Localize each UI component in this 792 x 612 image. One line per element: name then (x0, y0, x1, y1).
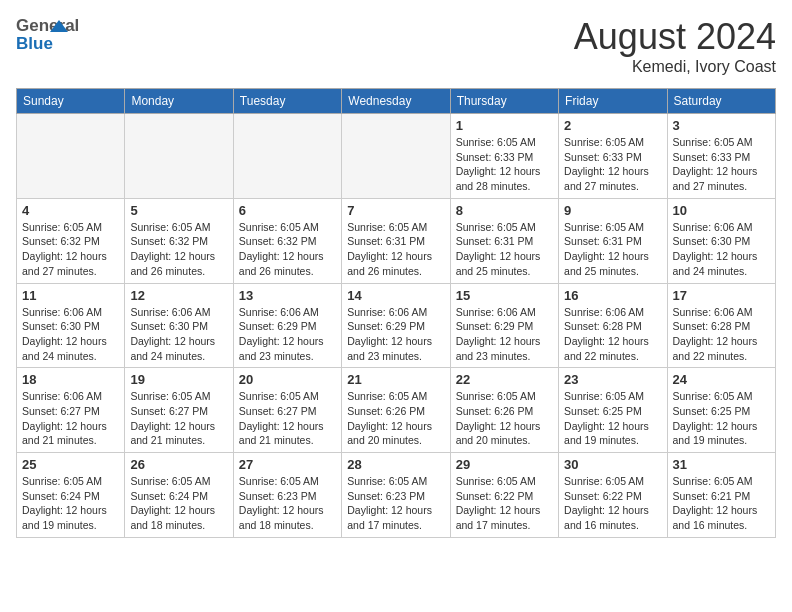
table-row: 15Sunrise: 6:06 AM Sunset: 6:29 PM Dayli… (450, 283, 558, 368)
table-row (125, 114, 233, 199)
table-row: 24Sunrise: 6:05 AM Sunset: 6:25 PM Dayli… (667, 368, 775, 453)
table-row: 30Sunrise: 6:05 AM Sunset: 6:22 PM Dayli… (559, 453, 667, 538)
col-sunday: Sunday (17, 89, 125, 114)
table-row: 18Sunrise: 6:06 AM Sunset: 6:27 PM Dayli… (17, 368, 125, 453)
day-number: 19 (130, 372, 227, 387)
day-info: Sunrise: 6:05 AM Sunset: 6:32 PM Dayligh… (130, 220, 227, 279)
day-number: 31 (673, 457, 770, 472)
day-number: 15 (456, 288, 553, 303)
day-number: 23 (564, 372, 661, 387)
calendar-week-row: 11Sunrise: 6:06 AM Sunset: 6:30 PM Dayli… (17, 283, 776, 368)
table-row: 22Sunrise: 6:05 AM Sunset: 6:26 PM Dayli… (450, 368, 558, 453)
day-info: Sunrise: 6:05 AM Sunset: 6:33 PM Dayligh… (456, 135, 553, 194)
day-info: Sunrise: 6:05 AM Sunset: 6:26 PM Dayligh… (347, 389, 444, 448)
day-info: Sunrise: 6:05 AM Sunset: 6:27 PM Dayligh… (130, 389, 227, 448)
calendar-week-row: 18Sunrise: 6:06 AM Sunset: 6:27 PM Dayli… (17, 368, 776, 453)
table-row: 23Sunrise: 6:05 AM Sunset: 6:25 PM Dayli… (559, 368, 667, 453)
day-number: 5 (130, 203, 227, 218)
day-number: 6 (239, 203, 336, 218)
day-number: 21 (347, 372, 444, 387)
col-saturday: Saturday (667, 89, 775, 114)
day-info: Sunrise: 6:06 AM Sunset: 6:30 PM Dayligh… (130, 305, 227, 364)
location-subtitle: Kemedi, Ivory Coast (574, 58, 776, 76)
day-info: Sunrise: 6:05 AM Sunset: 6:25 PM Dayligh… (564, 389, 661, 448)
day-info: Sunrise: 6:05 AM Sunset: 6:33 PM Dayligh… (564, 135, 661, 194)
page-header: General Blue August 2024 Kemedi, Ivory C… (16, 16, 776, 76)
table-row: 7Sunrise: 6:05 AM Sunset: 6:31 PM Daylig… (342, 198, 450, 283)
day-number: 27 (239, 457, 336, 472)
day-info: Sunrise: 6:06 AM Sunset: 6:29 PM Dayligh… (456, 305, 553, 364)
day-number: 11 (22, 288, 119, 303)
day-number: 14 (347, 288, 444, 303)
day-info: Sunrise: 6:05 AM Sunset: 6:32 PM Dayligh… (239, 220, 336, 279)
day-info: Sunrise: 6:05 AM Sunset: 6:22 PM Dayligh… (564, 474, 661, 533)
day-info: Sunrise: 6:05 AM Sunset: 6:24 PM Dayligh… (22, 474, 119, 533)
day-info: Sunrise: 6:06 AM Sunset: 6:30 PM Dayligh… (22, 305, 119, 364)
day-info: Sunrise: 6:05 AM Sunset: 6:26 PM Dayligh… (456, 389, 553, 448)
logo-icon (50, 18, 68, 36)
table-row: 31Sunrise: 6:05 AM Sunset: 6:21 PM Dayli… (667, 453, 775, 538)
table-row: 12Sunrise: 6:06 AM Sunset: 6:30 PM Dayli… (125, 283, 233, 368)
day-number: 26 (130, 457, 227, 472)
day-number: 7 (347, 203, 444, 218)
table-row (17, 114, 125, 199)
day-info: Sunrise: 6:05 AM Sunset: 6:22 PM Dayligh… (456, 474, 553, 533)
day-number: 20 (239, 372, 336, 387)
table-row: 20Sunrise: 6:05 AM Sunset: 6:27 PM Dayli… (233, 368, 341, 453)
calendar-table: Sunday Monday Tuesday Wednesday Thursday… (16, 88, 776, 538)
logo-general: General (16, 16, 79, 36)
table-row: 27Sunrise: 6:05 AM Sunset: 6:23 PM Dayli… (233, 453, 341, 538)
day-number: 4 (22, 203, 119, 218)
day-number: 8 (456, 203, 553, 218)
month-year-title: August 2024 (574, 16, 776, 58)
table-row: 4Sunrise: 6:05 AM Sunset: 6:32 PM Daylig… (17, 198, 125, 283)
day-info: Sunrise: 6:05 AM Sunset: 6:24 PM Dayligh… (130, 474, 227, 533)
day-number: 30 (564, 457, 661, 472)
day-info: Sunrise: 6:05 AM Sunset: 6:27 PM Dayligh… (239, 389, 336, 448)
table-row: 10Sunrise: 6:06 AM Sunset: 6:30 PM Dayli… (667, 198, 775, 283)
day-number: 2 (564, 118, 661, 133)
col-thursday: Thursday (450, 89, 558, 114)
day-info: Sunrise: 6:05 AM Sunset: 6:31 PM Dayligh… (564, 220, 661, 279)
table-row: 11Sunrise: 6:06 AM Sunset: 6:30 PM Dayli… (17, 283, 125, 368)
day-info: Sunrise: 6:05 AM Sunset: 6:25 PM Dayligh… (673, 389, 770, 448)
table-row: 26Sunrise: 6:05 AM Sunset: 6:24 PM Dayli… (125, 453, 233, 538)
table-row: 29Sunrise: 6:05 AM Sunset: 6:22 PM Dayli… (450, 453, 558, 538)
day-number: 3 (673, 118, 770, 133)
calendar-week-row: 4Sunrise: 6:05 AM Sunset: 6:32 PM Daylig… (17, 198, 776, 283)
day-info: Sunrise: 6:05 AM Sunset: 6:33 PM Dayligh… (673, 135, 770, 194)
calendar-week-row: 1Sunrise: 6:05 AM Sunset: 6:33 PM Daylig… (17, 114, 776, 199)
day-info: Sunrise: 6:06 AM Sunset: 6:30 PM Dayligh… (673, 220, 770, 279)
day-number: 1 (456, 118, 553, 133)
day-number: 13 (239, 288, 336, 303)
day-number: 10 (673, 203, 770, 218)
day-number: 22 (456, 372, 553, 387)
day-number: 16 (564, 288, 661, 303)
calendar-week-row: 25Sunrise: 6:05 AM Sunset: 6:24 PM Dayli… (17, 453, 776, 538)
calendar-header-row: Sunday Monday Tuesday Wednesday Thursday… (17, 89, 776, 114)
table-row (233, 114, 341, 199)
svg-marker-0 (50, 20, 68, 32)
day-info: Sunrise: 6:06 AM Sunset: 6:29 PM Dayligh… (347, 305, 444, 364)
table-row: 9Sunrise: 6:05 AM Sunset: 6:31 PM Daylig… (559, 198, 667, 283)
day-info: Sunrise: 6:06 AM Sunset: 6:28 PM Dayligh… (673, 305, 770, 364)
day-number: 25 (22, 457, 119, 472)
table-row: 21Sunrise: 6:05 AM Sunset: 6:26 PM Dayli… (342, 368, 450, 453)
table-row: 14Sunrise: 6:06 AM Sunset: 6:29 PM Dayli… (342, 283, 450, 368)
table-row: 25Sunrise: 6:05 AM Sunset: 6:24 PM Dayli… (17, 453, 125, 538)
table-row: 17Sunrise: 6:06 AM Sunset: 6:28 PM Dayli… (667, 283, 775, 368)
table-row: 16Sunrise: 6:06 AM Sunset: 6:28 PM Dayli… (559, 283, 667, 368)
day-info: Sunrise: 6:05 AM Sunset: 6:23 PM Dayligh… (347, 474, 444, 533)
day-info: Sunrise: 6:06 AM Sunset: 6:27 PM Dayligh… (22, 389, 119, 448)
day-info: Sunrise: 6:05 AM Sunset: 6:31 PM Dayligh… (347, 220, 444, 279)
day-number: 9 (564, 203, 661, 218)
day-info: Sunrise: 6:06 AM Sunset: 6:28 PM Dayligh… (564, 305, 661, 364)
day-info: Sunrise: 6:06 AM Sunset: 6:29 PM Dayligh… (239, 305, 336, 364)
day-info: Sunrise: 6:05 AM Sunset: 6:32 PM Dayligh… (22, 220, 119, 279)
col-monday: Monday (125, 89, 233, 114)
logo-blue: Blue (16, 34, 53, 54)
col-tuesday: Tuesday (233, 89, 341, 114)
day-number: 29 (456, 457, 553, 472)
day-info: Sunrise: 6:05 AM Sunset: 6:21 PM Dayligh… (673, 474, 770, 533)
day-number: 24 (673, 372, 770, 387)
